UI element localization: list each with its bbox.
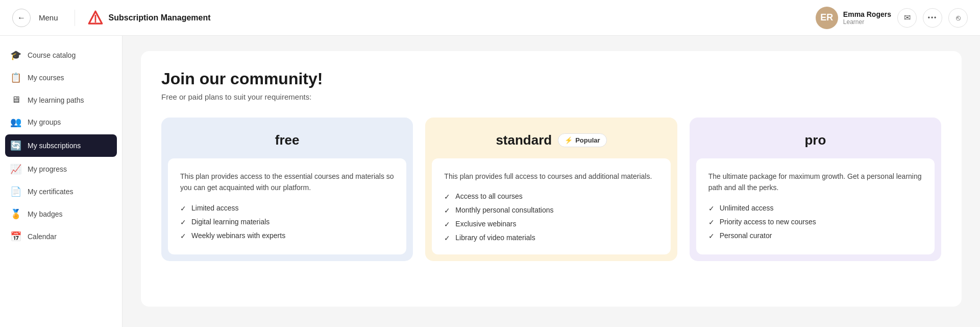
feature-item: ✓Digital learning materials (180, 218, 394, 226)
sidebar-item-my-badges[interactable]: 🏅 My badges (0, 203, 122, 225)
my-learning-paths-icon: 🖥 (10, 95, 21, 105)
check-icon: ✓ (180, 218, 186, 226)
calendar-icon: 📅 (10, 231, 21, 242)
plan-header-pro: pro (690, 118, 941, 158)
feature-item: ✓Exclusive webinars (444, 220, 658, 228)
sidebar-label-course-catalog: Course catalog (28, 51, 76, 59)
check-icon: ✓ (708, 232, 715, 240)
topbar-right: ER Emma Rogers Learner ✉ ••• ⎋ (816, 7, 968, 29)
sidebar-item-my-certificates[interactable]: 📄 My certificates (0, 180, 122, 203)
course-catalog-icon: 🎓 (10, 50, 21, 61)
plan-card-free: free This plan provides access to the es… (161, 118, 413, 261)
page-heading: Join our community! (161, 69, 941, 88)
check-icon: ✓ (444, 220, 450, 228)
check-icon: ✓ (708, 204, 715, 213)
plan-card-standard: standard ⚡ Popular This plan provides fu… (425, 118, 677, 261)
popular-icon: ⚡ (565, 136, 573, 144)
content-area: Join our community! Free or paid plans t… (122, 36, 980, 327)
mail-icon: ✉ (904, 13, 911, 22)
plan-name-standard: standard (496, 132, 552, 148)
plan-name-pro: pro (804, 132, 826, 148)
plan-card-pro: pro The ultimate package for maximum gro… (690, 118, 941, 261)
my-certificates-icon: 📄 (10, 186, 21, 197)
feature-item: ✓Priority access to new courses (708, 218, 922, 226)
sidebar-item-my-progress[interactable]: 📈 My progress (0, 158, 122, 180)
more-icon: ••• (928, 14, 938, 21)
check-icon: ✓ (708, 218, 715, 226)
my-groups-icon: 👥 (10, 116, 21, 128)
check-icon: ✓ (180, 232, 186, 240)
feature-item: ✓Weekly webinars with experts (180, 231, 394, 240)
plan-description-pro: The ultimate package for maximum growth.… (708, 171, 922, 194)
sidebar-item-my-courses[interactable]: 📋 My courses (0, 66, 122, 89)
back-button[interactable]: ← (12, 9, 31, 27)
sidebar-label-my-subscriptions: My subscriptions (28, 142, 81, 150)
sidebar: 🎓 Course catalog 📋 My courses 🖥 My learn… (0, 36, 122, 327)
content-card: Join our community! Free or paid plans t… (141, 51, 962, 307)
page-title: Subscription Management (109, 13, 211, 22)
sidebar-label-my-learning-paths: My learning paths (28, 96, 84, 104)
avatar: ER (816, 7, 838, 29)
popular-badge: ⚡ Popular (558, 133, 606, 147)
plan-description-free: This plan provides access to the essenti… (180, 171, 394, 194)
topbar: ← Menu Subscription Management ER Emma R… (0, 0, 980, 36)
logout-icon: ⎋ (956, 13, 961, 22)
main-layout: 🎓 Course catalog 📋 My courses 🖥 My learn… (0, 36, 980, 327)
user-name: Emma Rogers (843, 10, 891, 18)
logo-area: Subscription Management (75, 10, 211, 26)
sidebar-label-my-progress: My progress (28, 165, 67, 173)
app-logo (87, 10, 104, 26)
plan-name-free: free (275, 132, 300, 148)
plan-body-pro: The ultimate package for maximum growth.… (696, 158, 935, 254)
plan-body-free: This plan provides access to the essenti… (168, 158, 406, 254)
sidebar-label-my-groups: My groups (28, 118, 61, 126)
page-subtitle: Free or paid plans to suit your requirem… (161, 92, 941, 101)
check-icon: ✓ (444, 193, 450, 201)
plan-features-standard: ✓Access to all courses ✓Monthly personal… (444, 192, 658, 242)
plan-body-standard: This plan provides full access to course… (432, 158, 670, 254)
user-profile[interactable]: ER Emma Rogers Learner (816, 7, 891, 29)
plan-features-pro: ✓Unlimited access ✓Priority access to ne… (708, 204, 922, 240)
sidebar-item-my-learning-paths[interactable]: 🖥 My learning paths (0, 89, 122, 111)
logout-button[interactable]: ⎋ (948, 8, 968, 28)
popular-label: Popular (575, 136, 600, 144)
sidebar-item-calendar[interactable]: 📅 Calendar (0, 225, 122, 248)
my-progress-icon: 📈 (10, 164, 21, 175)
check-icon: ✓ (180, 204, 186, 213)
svg-point-2 (94, 21, 96, 22)
check-icon: ✓ (444, 206, 450, 215)
sidebar-item-course-catalog[interactable]: 🎓 Course catalog (0, 44, 122, 66)
user-role: Learner (843, 18, 891, 26)
sidebar-item-my-subscriptions[interactable]: 🔄 My subscriptions (5, 134, 117, 157)
check-icon: ✓ (444, 234, 450, 242)
sidebar-label-calendar: Calendar (28, 232, 57, 241)
sidebar-label-my-courses: My courses (28, 74, 64, 82)
plan-description-standard: This plan provides full access to course… (444, 171, 658, 182)
sidebar-label-my-certificates: My certificates (28, 188, 73, 196)
my-courses-icon: 📋 (10, 72, 21, 83)
feature-item: ✓Access to all courses (444, 192, 658, 201)
my-subscriptions-icon: 🔄 (10, 140, 21, 151)
back-icon: ← (17, 13, 26, 22)
more-button[interactable]: ••• (923, 8, 942, 28)
feature-item: ✓Personal curator (708, 231, 922, 240)
plan-header-standard: standard ⚡ Popular (426, 118, 676, 158)
feature-item: ✓Limited access (180, 204, 394, 213)
sidebar-label-my-badges: My badges (28, 210, 62, 218)
feature-item: ✓Monthly personal consultations (444, 206, 658, 215)
feature-item: ✓Library of video materials (444, 233, 658, 242)
user-info: Emma Rogers Learner (843, 10, 891, 26)
my-badges-icon: 🏅 (10, 208, 21, 220)
plan-features-free: ✓Limited access ✓Digital learning materi… (180, 204, 394, 240)
feature-item: ✓Unlimited access (708, 204, 922, 213)
mail-button[interactable]: ✉ (897, 8, 917, 28)
sidebar-item-my-groups[interactable]: 👥 My groups (0, 111, 122, 133)
plan-header-free: free (162, 118, 412, 158)
menu-label: Menu (39, 13, 58, 22)
plans-grid: free This plan provides access to the es… (161, 118, 941, 261)
